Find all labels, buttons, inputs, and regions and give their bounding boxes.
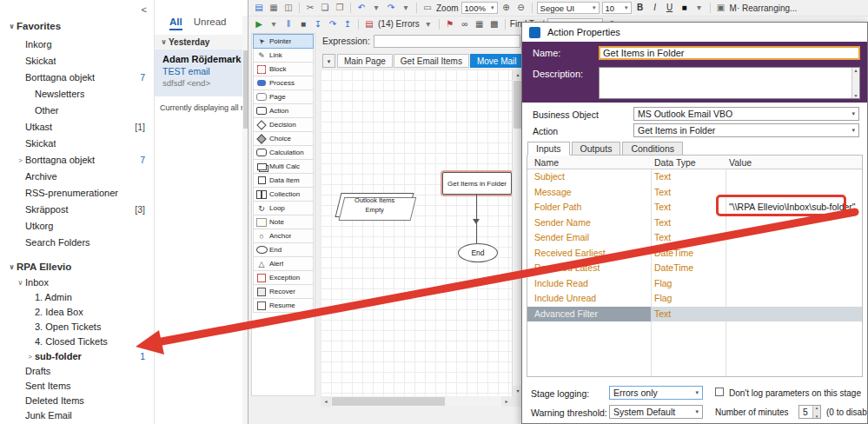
message-group-header[interactable]: Yesterday	[155, 35, 248, 50]
folder-item-search-folders[interactable]: Search Folders	[0, 235, 154, 251]
folder-item-sent-items[interactable]: Sent Items	[0, 379, 154, 394]
folder-item-skickat[interactable]: Skickat	[0, 136, 154, 152]
redo-dropdown-icon[interactable]: ▾	[400, 1, 412, 15]
breakpoint-flag-icon[interactable]: ⚑	[444, 17, 456, 31]
folder-item-borttagna-objekt[interactable]: Borttagna objekt7	[0, 70, 154, 86]
toolbox-item-link[interactable]: ✎Link	[253, 48, 314, 63]
toolbox-item-decision[interactable]: Decision	[253, 117, 314, 132]
folder-item-2-idea-box[interactable]: 2. Idea Box	[0, 305, 154, 320]
watch-icon[interactable]: ∞	[459, 17, 471, 31]
toolbox-item-block[interactable]: Block	[253, 62, 314, 76]
dialog-titlebar[interactable]: Action Properties	[522, 23, 867, 42]
message-filter-tab-all[interactable]: All	[169, 17, 182, 30]
business-object-select[interactable]: MS Outlook Email VBO	[633, 107, 859, 121]
play-dropdown-icon[interactable]: ▾	[268, 17, 280, 31]
folder-item-inbox[interactable]: Inbox	[0, 275, 154, 290]
collapse-pane-icon[interactable]	[142, 4, 147, 15]
param-row-received-earliest[interactable]: Received EarliestDateTime	[527, 246, 862, 262]
font-size-select[interactable]: 10▾	[602, 2, 632, 14]
redo-icon[interactable]: ↷	[385, 1, 397, 15]
step-out-icon[interactable]: ↥	[341, 17, 354, 31]
toolbox-item-page[interactable]: Page	[253, 89, 314, 104]
description-scrollbar[interactable]	[851, 68, 859, 98]
copy-icon[interactable]: ❏	[319, 1, 331, 15]
stage-name-input[interactable]	[599, 46, 860, 60]
param-row-folder-path[interactable]: Folder PathText"\\RPA Ellevio\Inbox\sub-…	[527, 200, 862, 215]
folder-item-borttagna-objekt[interactable]: Borttagna objekt7	[0, 152, 154, 169]
toolbox-item-recover[interactable]: Recover	[253, 284, 314, 299]
param-row-include-unread[interactable]: Include UnreadFlag	[527, 291, 862, 307]
errors-dropdown-icon[interactable]: ▾	[422, 17, 434, 31]
tab-conditions[interactable]: Conditions	[622, 142, 683, 156]
action-stage[interactable]: Get Items in Folder	[442, 172, 512, 195]
end-stage[interactable]: End	[458, 243, 498, 262]
toolbox-item-data-item[interactable]: Data Item	[253, 173, 314, 188]
description-textarea[interactable]	[599, 67, 860, 99]
scrollbar-thumb[interactable]	[332, 397, 445, 406]
param-value[interactable]	[726, 215, 862, 231]
folder-item-deleted-items[interactable]: Deleted Items	[0, 394, 154, 408]
font-color-dropdown-icon[interactable]: ▾	[693, 1, 706, 15]
font-color-icon[interactable]: ■	[679, 1, 691, 15]
folder-item-skickat[interactable]: Skickat	[0, 53, 154, 70]
column-header-name[interactable]: Name	[527, 156, 651, 169]
param-value[interactable]	[726, 291, 862, 307]
folder-item-newsletters[interactable]: Newsletters	[0, 86, 154, 103]
play-icon[interactable]: ▶	[253, 17, 265, 31]
folder-item-inkorg[interactable]: Inkorg	[0, 36, 154, 53]
zoom-out-icon[interactable]: ⊖	[515, 1, 527, 15]
toolbox-item-alert[interactable]: △Alert	[253, 256, 314, 271]
folder-item-utkorg[interactable]: Utkorg	[0, 218, 154, 235]
tab-list-dropdown-icon[interactable]	[322, 54, 335, 68]
tab-get-email-items[interactable]: Get Email Items	[394, 54, 469, 68]
toolbox-item-collection[interactable]: Collection	[253, 187, 314, 202]
message-filter-tab-unread[interactable]: Unread	[194, 17, 227, 30]
italic-button[interactable]: I	[649, 2, 661, 14]
folder-item-utkast[interactable]: Utkast[1]	[0, 119, 154, 136]
toolbox-item-action[interactable]: Action	[253, 103, 314, 118]
step-over-icon[interactable]: ↷	[327, 17, 339, 31]
folder-item-4-closed-tickets[interactable]: 4. Closed Tickets	[0, 335, 154, 349]
toolbox-item-calculation[interactable]: Calculation	[253, 145, 314, 160]
window-icon[interactable]: ▣	[715, 1, 727, 15]
column-header-value[interactable]: Value	[726, 156, 862, 169]
toolbox-item-process[interactable]: Process	[253, 76, 314, 90]
collection-stage[interactable]: Outlook Items Empty	[335, 193, 414, 217]
scroll-left-icon[interactable]	[321, 396, 331, 407]
param-value[interactable]	[726, 246, 862, 262]
folder-item-1-admin[interactable]: 1. Admin	[0, 290, 154, 305]
param-value[interactable]	[726, 261, 862, 276]
spinner-buttons[interactable]	[812, 406, 820, 418]
toolbox-item-resume[interactable]: Resume	[253, 298, 314, 313]
folder-item-skr-ppost[interactable]: Skräppost[3]	[0, 202, 154, 218]
dont-log-checkbox[interactable]	[715, 388, 724, 396]
zoom-in-icon[interactable]: ⊕	[500, 1, 513, 15]
action-select[interactable]: Get Items in Folder	[633, 123, 859, 137]
spinner-down-icon[interactable]	[813, 414, 820, 419]
bold-button[interactable]: B	[634, 2, 646, 14]
process-canvas[interactable]: Outlook Items Empty Get Items in Folder …	[321, 70, 512, 396]
print-preview-icon[interactable]: ◫	[282, 1, 295, 15]
param-row-sender-email[interactable]: Sender EmailText	[527, 230, 862, 246]
stage-logging-select[interactable]: Errors only	[609, 386, 703, 400]
minutes-spinner[interactable]: 5	[798, 405, 821, 419]
cut-icon[interactable]: ✂	[304, 1, 316, 15]
zoom-reset-icon[interactable]: ▭	[421, 1, 434, 15]
toolbox-item-note[interactable]: Note	[253, 215, 314, 229]
collection-view-icon[interactable]: ▩	[488, 17, 500, 31]
toolbox-item-anchor[interactable]: ○Anchor	[253, 229, 314, 243]
folder-item-rss-prenumerationer[interactable]: RSS-prenumerationer	[0, 185, 154, 202]
save-icon[interactable]: ▤	[253, 1, 265, 15]
folder-item-archive[interactable]: Archive	[0, 169, 154, 185]
tab-move-mail[interactable]: Move Mail	[470, 54, 524, 68]
scroll-right-icon[interactable]	[501, 396, 512, 407]
message-list-item[interactable]: Adam Röjdemark TEST email sdfsdf <end>	[155, 50, 242, 96]
toolbox-item-end[interactable]: End	[253, 242, 314, 257]
column-header-data-type[interactable]: Data Type	[651, 156, 726, 169]
param-row-subject[interactable]: SubjectText	[527, 169, 862, 185]
folder-item-junk-email[interactable]: Junk Email	[0, 408, 154, 423]
param-value[interactable]: "\\RPA Ellevio\Inbox\sub-folder"	[726, 200, 862, 215]
spinner-up-icon[interactable]	[813, 405, 820, 410]
folder-item-drafts[interactable]: Drafts	[0, 364, 154, 379]
folder-item-3-open-tickets[interactable]: 3. Open Tickets	[0, 320, 154, 335]
